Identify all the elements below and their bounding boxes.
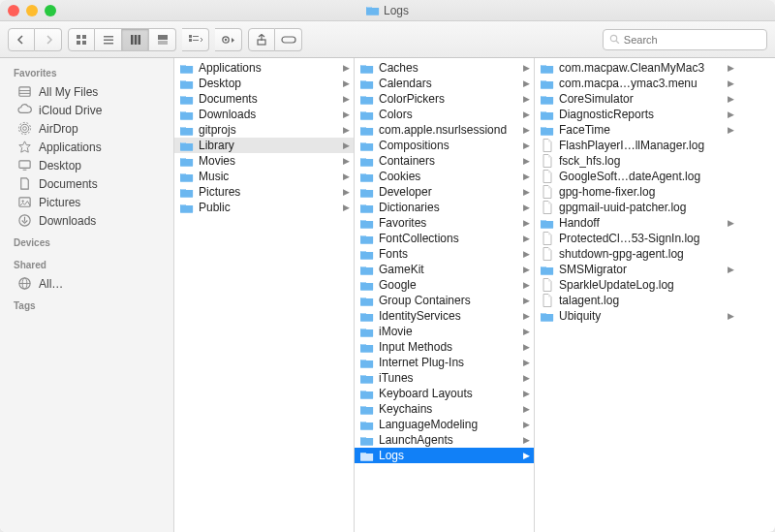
- sidebar-item[interactable]: All My Files: [0, 82, 173, 101]
- list-item[interactable]: shutdown-gpg-agent.log: [535, 246, 738, 262]
- sidebar-item[interactable]: Desktop: [0, 156, 173, 174]
- list-item[interactable]: LanguageModeling▶: [355, 417, 534, 432]
- list-item[interactable]: Caches▶: [355, 60, 534, 76]
- svg-point-18: [224, 38, 226, 40]
- list-item[interactable]: IdentityServices▶: [355, 308, 534, 324]
- sidebar-item-label: Pictures: [39, 196, 80, 209]
- sidebar-item[interactable]: Downloads: [0, 211, 173, 230]
- list-item[interactable]: ColorPickers▶: [355, 91, 534, 107]
- coverflow-view-button[interactable]: [149, 28, 176, 51]
- list-item[interactable]: FaceTime▶: [535, 122, 738, 138]
- toolbar: [0, 21, 775, 58]
- list-item[interactable]: Cookies▶: [355, 169, 534, 184]
- action-button[interactable]: [215, 28, 242, 51]
- list-item[interactable]: FlashPlayerI…llManager.log: [535, 138, 738, 153]
- list-item[interactable]: gpgmail-uuid-patcher.log: [535, 200, 738, 215]
- list-item[interactable]: Colors▶: [355, 107, 534, 122]
- svg-rect-20: [282, 37, 295, 43]
- list-item[interactable]: Pictures▶: [174, 184, 354, 200]
- list-item[interactable]: Input Methods▶: [355, 339, 534, 355]
- item-label: Downloads: [199, 108, 256, 121]
- file-icon: [541, 247, 554, 261]
- list-item[interactable]: CoreSimulator▶: [535, 91, 738, 107]
- item-label: SMSMigrator: [559, 263, 627, 276]
- column-view-button[interactable]: [122, 28, 149, 51]
- list-item[interactable]: fsck_hfs.log: [535, 153, 738, 169]
- list-item[interactable]: gitprojs▶: [174, 122, 354, 138]
- sidebar-item[interactable]: AirDrop: [0, 119, 173, 138]
- sidebar-item[interactable]: All…: [0, 274, 173, 293]
- folder-icon: [360, 358, 374, 368]
- titlebar[interactable]: Logs: [0, 0, 775, 21]
- sidebar-section-header: Tags: [0, 298, 173, 315]
- list-item[interactable]: com.macpaw.CleanMyMac3▶: [535, 60, 738, 76]
- sidebar-item[interactable]: iCloud Drive: [0, 101, 173, 119]
- list-item[interactable]: Public▶: [174, 200, 354, 215]
- list-item[interactable]: Ubiquity▶: [535, 308, 738, 324]
- list-item[interactable]: talagent.log: [535, 293, 738, 308]
- list-item[interactable]: com.apple.nsurlsessiond▶: [355, 122, 534, 138]
- search-field[interactable]: [603, 29, 767, 50]
- list-item[interactable]: iTunes▶: [355, 370, 534, 386]
- list-item[interactable]: Music▶: [174, 169, 354, 184]
- list-item[interactable]: Internet Plug-Ins▶: [355, 355, 534, 370]
- item-label: Compositions: [379, 139, 450, 152]
- list-item[interactable]: DiagnosticReports▶: [535, 107, 738, 122]
- list-item[interactable]: ProtectedCl…53-SignIn.log: [535, 231, 738, 246]
- folder-icon: [360, 172, 374, 182]
- list-item[interactable]: Group Containers▶: [355, 293, 534, 308]
- svg-rect-16: [193, 40, 199, 41]
- list-item[interactable]: LaunchAgents▶: [355, 432, 534, 448]
- list-item[interactable]: Logs▶: [355, 448, 534, 463]
- list-item[interactable]: Calendars▶: [355, 76, 534, 91]
- list-item[interactable]: GoogleSoft…dateAgent.log: [535, 169, 738, 184]
- list-item[interactable]: gpg-home-fixer.log: [535, 184, 738, 200]
- finder-body: FavoritesAll My FilesiCloud DriveAirDrop…: [0, 58, 775, 532]
- tags-button[interactable]: [275, 28, 302, 51]
- list-item[interactable]: Developer▶: [355, 184, 534, 200]
- icon-view-button[interactable]: [68, 28, 95, 51]
- list-item[interactable]: Fonts▶: [355, 246, 534, 262]
- forward-button[interactable]: [35, 28, 62, 51]
- list-item[interactable]: GameKit▶: [355, 262, 534, 277]
- sidebar-item-label: iCloud Drive: [39, 104, 102, 117]
- sidebar-item[interactable]: Pictures: [0, 193, 173, 211]
- sidebar-item[interactable]: Documents: [0, 174, 173, 193]
- traffic-lights: [8, 5, 56, 16]
- folder-icon: [360, 249, 374, 260]
- list-item[interactable]: Desktop▶: [174, 76, 354, 91]
- list-item[interactable]: SparkleUpdateLog.log: [535, 277, 738, 293]
- close-window-button[interactable]: [8, 5, 19, 16]
- minimize-window-button[interactable]: [26, 5, 38, 16]
- list-view-button[interactable]: [95, 28, 122, 51]
- list-item[interactable]: com.macpa…ymac3.menu▶: [535, 76, 738, 91]
- share-button[interactable]: [248, 28, 275, 51]
- list-item[interactable]: Handoff▶: [535, 215, 738, 231]
- back-button[interactable]: [8, 28, 35, 51]
- list-item[interactable]: Downloads▶: [174, 107, 354, 122]
- list-item[interactable]: Google▶: [355, 277, 534, 293]
- list-item[interactable]: Movies▶: [174, 153, 354, 169]
- list-item[interactable]: Containers▶: [355, 153, 534, 169]
- finder-window: Logs FavoritesAll My FilesiCloud: [0, 0, 775, 532]
- list-item[interactable]: FontCollections▶: [355, 231, 534, 246]
- zoom-window-button[interactable]: [45, 5, 56, 16]
- list-item[interactable]: Library▶: [174, 138, 354, 153]
- folder-icon: [360, 265, 374, 275]
- folder-icon: [360, 110, 374, 120]
- list-item[interactable]: Dictionaries▶: [355, 200, 534, 215]
- list-item[interactable]: Documents▶: [174, 91, 354, 107]
- list-item[interactable]: Compositions▶: [355, 138, 534, 153]
- search-input[interactable]: [624, 34, 760, 46]
- list-item[interactable]: iMovie▶: [355, 324, 534, 339]
- list-item[interactable]: Keychains▶: [355, 401, 534, 417]
- sidebar-item-label: Applications: [39, 141, 102, 154]
- sidebar-section-header: Devices: [0, 235, 173, 252]
- list-item[interactable]: Favorites▶: [355, 215, 534, 231]
- list-item[interactable]: SMSMigrator▶: [535, 262, 738, 277]
- chevron-right-icon: ▶: [523, 94, 530, 104]
- list-item[interactable]: Keyboard Layouts▶: [355, 386, 534, 401]
- list-item[interactable]: Applications▶: [174, 60, 354, 76]
- sidebar-item[interactable]: Applications: [0, 138, 173, 156]
- arrange-button[interactable]: [182, 28, 209, 51]
